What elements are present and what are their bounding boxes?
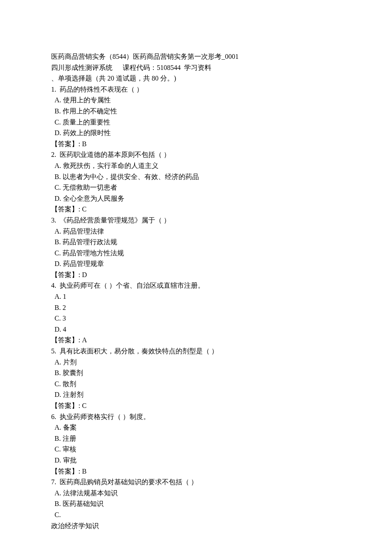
answer-label: 【答案】:: [51, 336, 80, 344]
option-d: D. 药效上的限时性: [51, 127, 341, 139]
option-d: D. 审批: [51, 455, 341, 466]
question-number: 4.: [51, 282, 56, 289]
question-text: 具有比表面积大，易分散，奏效快特点的剂型是（ ）: [60, 347, 218, 355]
question-number: 7.: [51, 478, 56, 486]
doc-title: 医药商品营销实务（8544）医药商品营销实务第一次形考_0001: [51, 51, 341, 62]
answer-line: 【答案】: A: [51, 335, 341, 346]
question-text: 执业药师可在（ ）个省、自治区或直辖市注册。: [60, 282, 205, 289]
option-c: C. 审核: [51, 444, 341, 455]
option-a: A. 法律法规基本知识: [51, 488, 341, 499]
option-c: C. 散剂: [51, 379, 341, 390]
question-number: 3.: [51, 217, 56, 224]
option-a: A. 片剂: [51, 357, 341, 368]
question-stem: 6. 执业药师资格实行（ ）制度。: [51, 411, 341, 422]
study-material-label: 学习资料: [184, 64, 211, 71]
option-b: B. 药品管理行政法规: [51, 237, 341, 248]
question-stem: 4. 执业药师可在（ ）个省、自治区或直辖市注册。: [51, 280, 341, 291]
option-b: B. 以患者为中心，提供安全、有效、经济的药品: [51, 171, 341, 182]
answer-line: 【答案】: D: [51, 269, 341, 280]
course-code: 课程代码：5108544: [123, 64, 181, 71]
question-stem: 3. 《药品经营质量管理规范》属于（ ）: [51, 215, 341, 226]
option-d: D. 药品管理规章: [51, 258, 341, 269]
question-text: 药品的特殊性不表现在（ ）: [60, 86, 143, 93]
answer-value: B: [82, 140, 86, 147]
answer-line: 【答案】: C: [51, 400, 341, 411]
option-d: D. 4: [51, 324, 341, 335]
question-text: 《药品经营质量管理规范》属于（ ）: [60, 217, 170, 224]
question-number: 5.: [51, 347, 56, 355]
answer-value: C: [82, 205, 86, 213]
answer-value: A: [82, 336, 87, 344]
option-b: B. 注册: [51, 433, 341, 444]
option-b: B. 2: [51, 302, 341, 313]
option-a: A. 1: [51, 291, 341, 302]
answer-label: 【答案】:: [51, 468, 80, 475]
question-number: 2.: [51, 151, 56, 158]
option-c: C. 3: [51, 313, 341, 324]
question-stem: 1. 药品的特殊性不表现在（ ）: [51, 84, 341, 95]
question-text: 医药职业道德的基本原则不包括（ ）: [60, 151, 170, 158]
question-stem: 2. 医药职业道德的基本原则不包括（ ）: [51, 149, 341, 160]
answer-label: 【答案】:: [51, 402, 80, 409]
option-a: A. 备案: [51, 422, 341, 433]
question-text: 医药商品购销员对基础知识的要求不包括（ ）: [60, 478, 198, 486]
option-a: A. 救死扶伤，实行革命的人道主义: [51, 160, 341, 171]
question-number: 1.: [51, 86, 56, 93]
question-stem: 5. 具有比表面积大，易分散，奏效快特点的剂型是（ ）: [51, 346, 341, 357]
option-d: D. 全心全意为人民服务: [51, 193, 341, 204]
answer-label: 【答案】:: [51, 271, 80, 278]
option-a: A. 药品管理法律: [51, 226, 341, 237]
option-c: C.: [51, 509, 341, 520]
option-c: C. 药品管理地方性法规: [51, 248, 341, 259]
option-b: B. 胶囊剂: [51, 367, 341, 379]
answer-line: 【答案】: B: [51, 139, 341, 150]
question-text: 执业药师资格实行（ ）制度。: [60, 413, 150, 420]
question-stem: 7. 医药商品购销员对基础知识的要求不包括（ ）: [51, 477, 341, 488]
system-name: 四川形成性测评系统: [51, 64, 112, 71]
question-number: 6.: [51, 413, 56, 420]
answer-line: 【答案】: B: [51, 466, 341, 477]
option-c: C. 无偿救助一切患者: [51, 182, 341, 193]
answer-value: C: [82, 402, 86, 409]
option-d: D. 注射剂: [51, 389, 341, 400]
option-b: B. 医药基础知识: [51, 498, 341, 509]
option-a: A. 使用上的专属性: [51, 95, 341, 106]
option-c: C. 质量上的重要性: [51, 117, 341, 128]
section-title: 、单项选择题（共 20 道试题，共 80 分。): [51, 73, 341, 84]
answer-value: D: [82, 271, 87, 278]
answer-value: B: [82, 468, 86, 475]
doc-subtitle: 四川形成性测评系统 课程代码：5108544 学习资料: [51, 62, 341, 73]
option-b: B. 作用上的不确定性: [51, 106, 341, 117]
answer-line: 【答案】: C: [51, 204, 341, 215]
answer-label: 【答案】:: [51, 205, 80, 213]
option-c-wrapped-text: 政治经济学知识: [51, 520, 341, 532]
answer-label: 【答案】:: [51, 140, 80, 147]
